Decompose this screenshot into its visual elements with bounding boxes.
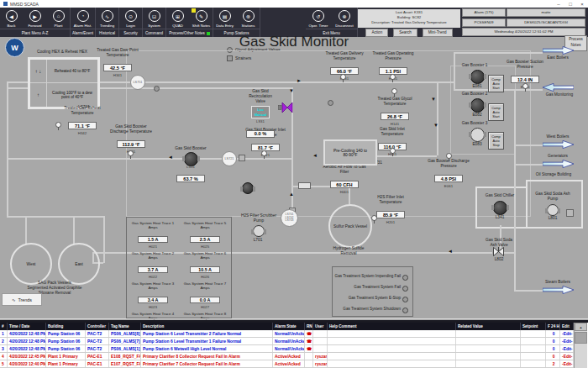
alarm-table-row[interactable]: 34/20/2022 12:48 PMPump Station 06 PAC-T… [0,345,574,353]
hex-title: Cooling HEX & Reheat HEX [32,50,92,55]
west-boilers-arrow[interactable] [543,140,574,149]
edit-link[interactable]: -Edit- [560,360,574,367]
soda-valve-tag: L802 [489,257,509,262]
booster-2-auto-start-button[interactable]: CompAutoStart [488,103,504,121]
generators-arrow[interactable] [543,160,574,168]
trending-button[interactable]: ∿ Trending [96,8,118,28]
table-scrollbar[interactable]: ▲ [574,323,587,368]
value-box[interactable]: 85.9 °F [376,211,405,218]
value-box[interactable]: 4.8 PSI [434,175,463,182]
gas-booster-3-icon[interactable] [470,128,485,142]
trends-button[interactable]: ∿ Trends [2,293,42,306]
alarm-hist-button[interactable]: ◔ Alarm Hist. [71,8,94,28]
alarm-table-row[interactable]: 54/20/2022 12:40 PMPlant 1 Primary PAC-E… [0,360,574,368]
shift-notes-button[interactable]: ✎ Shift Notes [190,8,213,28]
pipe [25,216,27,244]
glycol-valve-icon[interactable] [328,100,333,106]
booster-1-auto-start-button[interactable]: CompAutoStart [488,75,504,92]
plant-button[interactable]: ⌂ Plant [47,8,70,28]
close-button[interactable]: × [576,0,588,8]
oper-timer-button[interactable]: ↺ Oper. Timer [306,8,331,28]
scroll-thumb[interactable] [575,332,587,344]
back-button[interactable]: ◀ Back [0,8,23,28]
scrubber-pump-icon[interactable] [253,225,265,237]
trending-icon: ∿ [102,10,113,22]
chiller-pump-icon[interactable] [493,201,507,215]
node-box: PCSSEN09 [462,18,506,27]
gas-booster-2-icon[interactable] [470,98,485,113]
system-button[interactable]: ⊡ System [143,8,165,28]
alarm-table-row[interactable]: 44/20/2022 12:45 PMPlant 1 Primary PAC-E… [0,353,574,360]
edit-link[interactable]: -Edit- [560,338,574,344]
toolbar-group-exit: ↺ Oper. Timer ⊗ Disconnect Exit Menu [306,8,358,37]
alarm-count-box[interactable]: Alarm (175) [462,8,506,17]
value-box[interactable]: 3.7 A [138,266,168,273]
strainer-icon [298,182,311,189]
edit-link[interactable]: -Edit- [560,345,574,352]
cooling-hex-unit[interactable]: ↑ ↓ Reheated 40 to 80°F ↑ Cooling 100°F … [28,57,100,109]
scroll-up-icon[interactable]: ▲ [575,323,587,331]
value-box[interactable]: 10.5 A [190,266,220,273]
mmsd-logo: W [5,38,24,57]
booster-3-auto-stop-button[interactable]: CompAutoStop [488,132,504,150]
login-button[interactable]: ⊙ Login [119,8,142,28]
level-switch-ls721[interactable]: LS721 [222,151,237,166]
home-icon: ⌂ [53,10,65,22]
alarm-table-row[interactable]: 24/20/2022 12:48 PMPump Station 06 PAC-T… [0,338,574,345]
timer-icon: ↺ [312,10,324,22]
sensor-probe-icon [391,88,397,94]
quad-button[interactable]: ⊞ QUAD [166,8,189,28]
main-toolbar: ◀ Back ▶ Forward ⌂ Plant Plant Menu A-Z … [0,8,588,37]
pump-icon[interactable] [242,182,254,194]
level-switch-stack[interactable]: LS701LS702LS703 [281,209,298,227]
stations-icon: ⊛ [243,10,255,22]
value-box[interactable]: 42.5 °F [103,64,132,71]
value-box[interactable]: 71.1 °F [68,122,97,129]
user-box[interactable]: matte [507,8,585,17]
disconnect-button[interactable]: ⊗ Disconnect [332,8,357,28]
value-box[interactable]: 0.0 A [190,297,220,303]
value-box[interactable]: 3.4 A [138,297,168,303]
yellow-note-icon [192,8,196,13]
east-boilers-label: East Boilers [538,55,578,60]
gas-booster-1-icon[interactable] [470,70,485,84]
value-box[interactable]: 112.9 °F [117,140,145,148]
pipe [103,216,105,263]
minimize-button[interactable]: – [553,0,564,8]
sensor-probe-icon [55,122,61,128]
description-text: Description: Treated Gas Delivery Temper… [360,20,458,25]
valve-mode-box[interactable]: LocManual [251,106,270,118]
steam-boilers-arrow[interactable] [543,286,574,294]
pipe [514,290,543,292]
value-box[interactable]: 26.8 °F [381,113,409,120]
value-box[interactable]: 60 CFH [330,181,359,188]
value-box[interactable]: 63.7 % [176,175,205,182]
sulfur-pack-vessel[interactable]: Sulfur Pack Vessel [328,204,372,248]
east-boilers-arrow[interactable] [543,46,574,55]
maximize-button[interactable]: □ [564,0,576,8]
alarm-table-header: #Time / Date BuildingController Tag Name… [0,323,574,330]
edit-link[interactable]: -Edit- [560,330,574,337]
stations-button[interactable]: ⊛ Stations [237,8,260,28]
strainer-icon [239,155,245,161]
forward-button[interactable]: ▶ Forward [24,8,46,28]
alarm-table-row[interactable]: 14/20/2022 12:48 PMPump Station 06 PAC-T… [0,330,574,338]
sag-vessel-east[interactable]: East [58,243,100,285]
glycol-valve-icon[interactable] [154,86,160,92]
gas-treatment-list: Gas Treatment System Impending Fail Gas … [333,271,412,314]
value-box[interactable]: 1.5 A [138,236,168,243]
gas-booster-1-tag: E081 [467,84,487,89]
sag-vessel-west[interactable]: West [10,243,52,285]
sensor-booster-discharge-temp: Gas Skid Booster Discharge Temperature 1… [106,124,156,154]
soda-pump-icon[interactable] [547,204,559,216]
edit-link[interactable]: -Edit- [560,353,574,360]
data-entry-button[interactable]: ▤ Data Entry [213,8,236,28]
recirc-valve-icon[interactable] [278,102,293,113]
oil-storage-label: Oil Storage Building [528,172,580,177]
valve-position-box[interactable]: 0.0 % [246,130,275,138]
gas-monitoring-arrow[interactable] [543,83,574,92]
value-box[interactable]: 12.4 IN [511,76,539,83]
value-box[interactable]: 2.5 A [190,236,220,243]
soda-valve-icon[interactable] [493,247,504,256]
ring-notify-icon: ☎ [305,345,313,352]
